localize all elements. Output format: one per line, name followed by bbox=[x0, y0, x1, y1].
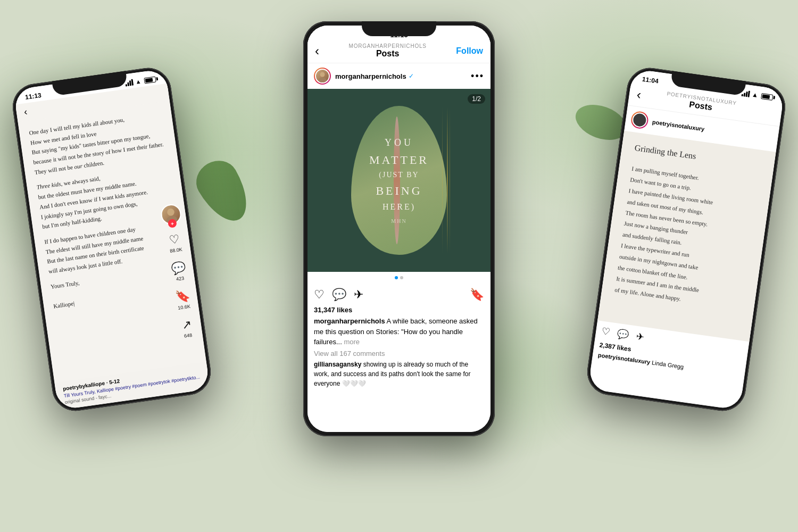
svg-point-3 bbox=[319, 78, 327, 82]
signal-icon-left bbox=[125, 79, 134, 87]
phone-notch-center bbox=[362, 21, 436, 36]
bookmarks-count: 10.6K bbox=[178, 304, 191, 311]
ig-post-image: YOU MATTER (JUST BY BEING HERE) MHN 1/2 bbox=[307, 89, 491, 272]
ig-account-name: MORGANHARPERNICHOLS bbox=[349, 43, 427, 49]
verified-badge: ✓ bbox=[409, 72, 414, 80]
time-left: 11:13 bbox=[24, 92, 41, 101]
share-icon-ig[interactable]: ✈ bbox=[354, 288, 363, 302]
ig-caption: morganharpernichols A while back, someon… bbox=[307, 316, 491, 350]
caption-username: morganharpernichols bbox=[314, 317, 385, 325]
bookmark-icon: 🔖 bbox=[174, 289, 190, 305]
ig-post-image-wrapper: YOU MATTER (JUST BY BEING HERE) MHN 1/2 bbox=[307, 89, 491, 284]
comment-icon: 💬 bbox=[171, 260, 187, 276]
shares-count: 648 bbox=[184, 332, 192, 339]
tiktok-bottom-info: poetrybykalliope · 5-12 Till Yours Truly… bbox=[54, 361, 210, 410]
tiktok-comment-action[interactable]: 💬 423 bbox=[171, 260, 188, 282]
ig-creator-avatar[interactable] bbox=[314, 68, 331, 85]
tiktok-like-action[interactable]: ♡ 88.0K bbox=[168, 232, 183, 254]
ig-posts-label: Posts bbox=[349, 49, 427, 59]
tiktok-screen: 11:13 ▲ bbox=[13, 69, 210, 410]
battery-icon-left bbox=[144, 76, 156, 84]
instagram-screen-inner: 11:15 ‹ MORGANHARPERNICHOLS Posts Follow bbox=[307, 26, 491, 432]
heart-icon: ♡ bbox=[169, 232, 181, 247]
tiktok-share-action[interactable]: ↗ 648 bbox=[181, 318, 193, 339]
dot-1 bbox=[395, 276, 398, 279]
tiktok-screen-inner: 11:13 ▲ bbox=[13, 69, 210, 410]
follow-button[interactable]: Follow bbox=[456, 46, 483, 56]
ig-more-options[interactable]: ••• bbox=[471, 71, 484, 82]
poetry-comment-icon[interactable]: 💬 bbox=[617, 328, 630, 341]
ig-view-comments[interactable]: View all 167 comments bbox=[307, 350, 491, 360]
ig-comment-1: gilliansagansky showing up is already so… bbox=[307, 360, 491, 390]
tiktok-avatar-container: + bbox=[160, 203, 182, 226]
artwork-text: YOU MATTER (JUST BY BEING HERE) MHN bbox=[307, 89, 491, 272]
back-button-left[interactable]: ‹ bbox=[23, 106, 28, 118]
tiktok-bookmark-action[interactable]: 🔖 10.6K bbox=[174, 289, 192, 311]
likes-count: 88.0K bbox=[170, 247, 183, 254]
poetry-like-icon[interactable]: ♡ bbox=[601, 326, 611, 338]
comments-count: 423 bbox=[176, 276, 184, 282]
like-icon[interactable]: ♡ bbox=[314, 288, 325, 302]
wifi-icon-right: ▲ bbox=[751, 91, 759, 99]
poetry-creator-avatar[interactable] bbox=[630, 111, 649, 130]
poetry-poem-body: I am pulling myself together. Don't want… bbox=[614, 163, 759, 313]
instagram-screen: 11:15 ‹ MORGANHARPERNICHOLS Posts Follow bbox=[307, 26, 491, 432]
ig-post-header: morganharpernichols ✓ ••• bbox=[307, 63, 491, 89]
poetry-post-image: Grinding the Lens I am pulling myself to… bbox=[597, 131, 776, 342]
share-icon: ↗ bbox=[181, 318, 192, 332]
battery-icon-right bbox=[761, 93, 773, 101]
comment-icon-ig[interactable]: 💬 bbox=[332, 288, 346, 302]
poetry-username: poetryisnotaluxury bbox=[652, 119, 705, 132]
image-dots bbox=[307, 272, 491, 284]
dot-2 bbox=[400, 276, 403, 279]
back-button-center[interactable]: ‹ bbox=[315, 44, 319, 59]
ig-header: ‹ MORGANHARPERNICHOLS Posts Follow bbox=[307, 41, 491, 63]
ig-post-actions: ♡ 💬 ✈ 🔖 bbox=[307, 284, 491, 306]
time-right: 11:04 bbox=[642, 76, 659, 85]
caption-more-link[interactable]: more bbox=[344, 338, 360, 346]
ig-header-center: MORGANHARPERNICHOLS Posts bbox=[349, 43, 427, 59]
svg-point-0 bbox=[167, 208, 174, 216]
bookmark-icon-ig[interactable]: 🔖 bbox=[470, 288, 484, 302]
more-icon: ••• bbox=[471, 71, 484, 81]
commenter-username: gilliansagansky bbox=[314, 361, 361, 368]
status-icons-left: ▲ bbox=[125, 76, 156, 87]
ig-username: morganharpernichols bbox=[335, 72, 406, 80]
phones-scene: 11:13 ▲ bbox=[0, 0, 798, 532]
phone-center: 11:15 ‹ MORGANHARPERNICHOLS Posts Follow bbox=[303, 21, 495, 436]
svg-point-2 bbox=[320, 72, 325, 77]
status-icons-right: ▲ bbox=[741, 89, 773, 101]
poetry-share-icon[interactable]: ✈ bbox=[635, 330, 645, 343]
back-button-right[interactable]: ‹ bbox=[636, 87, 642, 102]
wifi-icon-left: ▲ bbox=[135, 78, 142, 85]
image-counter: 1/2 bbox=[468, 94, 485, 104]
ig-likes-count: 31,347 likes bbox=[307, 306, 491, 316]
phone-left: 11:13 ▲ bbox=[10, 65, 213, 414]
